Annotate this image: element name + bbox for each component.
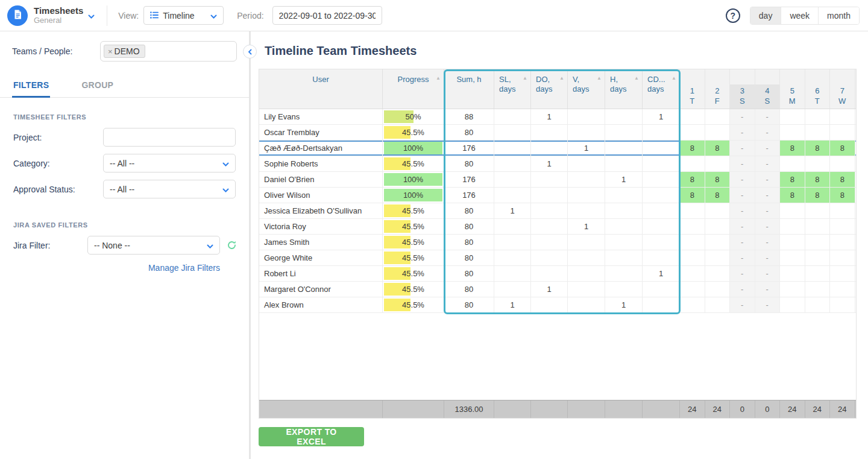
day-hours-cell[interactable] [705,156,731,171]
day-hours-cell[interactable]: - [730,172,755,187]
day-column-header-7[interactable]: 7W [830,69,855,109]
day-hours-cell[interactable] [680,156,705,171]
category-days-cell[interactable] [494,188,531,203]
category-days-cell[interactable]: 1 [643,266,680,281]
day-hours-cell[interactable] [780,250,805,265]
category-days-cell[interactable] [494,141,531,156]
category-days-cell[interactable] [531,172,568,187]
sort-asc-icon[interactable]: ▲ [436,75,441,81]
category-days-cell[interactable] [643,172,680,187]
category-days-cell[interactable] [605,250,643,265]
day-hours-cell[interactable]: 8 [680,141,705,156]
user-name-cell[interactable]: Oscar Tremblay [259,125,383,140]
app-chevron-down-icon[interactable] [88,10,95,21]
category-days-cell[interactable] [605,282,643,297]
category-days-cell[interactable] [568,109,605,124]
user-name-cell[interactable]: Robert Li [259,266,383,281]
category-days-cell[interactable] [568,203,605,218]
day-hours-cell[interactable]: - [755,282,781,297]
category-days-cell[interactable] [643,141,680,156]
project-input[interactable] [110,133,229,142]
day-column-header-4[interactable]: 4S [755,69,781,109]
category-days-cell[interactable] [643,125,680,140]
day-hours-cell[interactable] [680,109,705,124]
category-days-cell[interactable] [605,266,643,281]
remove-tag-icon[interactable]: × [108,47,113,56]
day-column-header-3[interactable]: 3S [730,69,755,109]
category-days-cell[interactable] [605,203,643,218]
category-days-cell[interactable] [568,250,605,265]
day-hours-cell[interactable]: 8 [830,188,855,203]
manage-jira-filters-link[interactable]: Manage Jira Filters [0,263,249,273]
user-name-cell[interactable]: Margaret O'Connor [259,282,383,297]
category-days-cell[interactable] [643,188,680,203]
day-hours-cell[interactable]: 8 [705,141,731,156]
approval-status-select[interactable]: -- All -- [103,180,236,198]
day-hours-cell[interactable]: - [755,219,781,234]
category-days-cell[interactable] [494,266,531,281]
day-hours-cell[interactable] [805,282,831,297]
day-hours-cell[interactable] [805,125,831,140]
category-days-cell[interactable] [605,235,643,250]
category-days-cell[interactable] [494,282,531,297]
day-hours-cell[interactable]: 8 [705,172,731,187]
day-hours-cell[interactable]: 8 [805,188,831,203]
day-column-header-2[interactable]: 2F [705,69,731,109]
category-days-cell[interactable] [605,141,643,156]
day-hours-cell[interactable] [680,219,705,234]
day-hours-cell[interactable] [805,297,831,312]
category-days-cell[interactable] [568,282,605,297]
day-hours-cell[interactable]: - [755,235,781,250]
day-hours-cell[interactable]: - [755,266,781,281]
category-days-cell[interactable] [568,188,605,203]
day-hours-cell[interactable]: 8 [680,172,705,187]
day-hours-cell[interactable] [830,250,855,265]
category-days-cell[interactable] [568,125,605,140]
day-hours-cell[interactable]: - [730,109,755,124]
category-days-cell[interactable] [494,172,531,187]
day-hours-cell[interactable] [805,156,831,171]
day-hours-cell[interactable]: - [730,250,755,265]
column-header-sl[interactable]: SL, days▲ [494,69,531,109]
day-hours-cell[interactable] [680,266,705,281]
day-hours-cell[interactable]: 8 [780,172,805,187]
category-days-cell[interactable] [531,266,568,281]
category-days-cell[interactable]: 1 [605,172,643,187]
category-days-cell[interactable] [494,109,531,124]
user-name-cell[interactable]: Lily Evans [259,109,383,124]
category-days-cell[interactable] [643,156,680,171]
day-hours-cell[interactable] [830,297,855,312]
day-hours-cell[interactable]: - [755,297,781,312]
column-header-v[interactable]: V, days▲ [568,69,605,109]
day-hours-cell[interactable] [780,125,805,140]
day-button[interactable]: day [750,7,781,24]
app-title-block[interactable]: Timesheets General [34,5,83,25]
day-hours-cell[interactable]: 8 [805,141,831,156]
day-hours-cell[interactable] [830,219,855,234]
day-hours-cell[interactable] [830,109,855,124]
day-hours-cell[interactable] [705,109,731,124]
sort-asc-icon[interactable]: ▲ [634,75,639,81]
category-days-cell[interactable] [494,156,531,171]
day-hours-cell[interactable] [780,219,805,234]
category-days-cell[interactable]: 1 [494,203,531,218]
day-hours-cell[interactable]: - [730,141,755,156]
day-hours-cell[interactable] [805,219,831,234]
category-days-cell[interactable] [605,109,643,124]
category-days-cell[interactable] [605,188,643,203]
refresh-icon[interactable] [227,240,237,253]
column-header-sum[interactable]: Sum, h [444,69,494,109]
column-header-progress[interactable]: Progress▲ [383,69,444,109]
category-select[interactable]: -- All -- [103,154,236,173]
day-hours-cell[interactable] [705,219,731,234]
user-name-cell[interactable]: Jessica Elizabeth O'Sullivan [259,203,383,218]
day-hours-cell[interactable] [705,297,731,312]
day-hours-cell[interactable]: 8 [830,141,855,156]
category-days-cell[interactable] [568,172,605,187]
user-name-cell[interactable]: Oliver Wilson [259,188,383,203]
day-hours-cell[interactable]: - [730,125,755,140]
day-hours-cell[interactable]: - [730,266,755,281]
category-days-cell[interactable] [605,156,643,171]
category-days-cell[interactable] [531,141,568,156]
category-days-cell[interactable]: 1 [531,282,568,297]
